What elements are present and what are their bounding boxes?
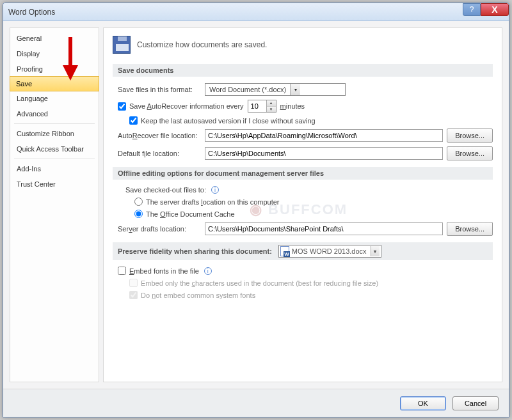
save-format-value: Word Document (*.docx) [205, 86, 290, 93]
sidebar-item-save[interactable]: Save [10, 76, 99, 91]
sidebar-separator [14, 159, 95, 159]
save-icon [113, 36, 131, 54]
chevron-down-icon[interactable]: ▾ [371, 246, 380, 256]
sidebar-item-language[interactable]: Language [10, 91, 99, 106]
sidebar-item-proofing[interactable]: Proofing [10, 61, 99, 77]
cancel-button[interactable]: Cancel [452, 396, 499, 410]
do-not-embed-common-input [129, 291, 138, 299]
radio-office-cache-input[interactable] [134, 210, 143, 218]
autorecover-browse-button[interactable]: Browse... [447, 128, 493, 143]
spinner-up-icon[interactable]: ▲ [267, 100, 276, 107]
sidebar-item-general[interactable]: General [10, 31, 99, 46]
close-button[interactable]: X [481, 3, 509, 16]
radio-server-drafts[interactable]: The server drafts location on this compu… [134, 198, 280, 206]
spinner-down-icon[interactable]: ▼ [267, 107, 276, 113]
ok-button[interactable]: OK [400, 396, 446, 410]
section-preserve: Preserve fidelity when sharing this docu… [113, 242, 493, 260]
sidebar-item-display[interactable]: Display [10, 46, 99, 61]
section-save-documents: Save documents [113, 64, 493, 77]
do-not-embed-common-checkbox: Do not embed common system fonts [129, 291, 255, 299]
autorecover-checkbox[interactable]: Save AutoRecover information every [118, 102, 244, 111]
keep-last-autosave-label: Keep the last autosaved version if I clo… [141, 117, 316, 125]
category-sidebar: General Display Proofing Save Language A… [10, 27, 99, 382]
sidebar-item-quick-access[interactable]: Quick Access Toolbar [10, 141, 99, 157]
dialog-footer: OK Cancel [3, 389, 509, 417]
keep-last-autosave-checkbox[interactable]: Keep the last autosaved version if I clo… [129, 116, 316, 125]
section-offline: Offline editing options for document man… [113, 167, 493, 180]
autorecover-minutes-input[interactable] [248, 100, 266, 112]
info-icon[interactable]: i [204, 267, 212, 275]
save-format-combo[interactable]: Word Document (*.docx) ▾ [205, 83, 346, 96]
sidebar-separator [14, 123, 95, 124]
embed-fonts-checkbox[interactable]: Embed fonts in the file [118, 267, 199, 275]
radio-server-drafts-input[interactable] [134, 198, 143, 206]
word-doc-icon [280, 246, 289, 256]
server-drafts-path-input[interactable] [205, 222, 443, 235]
content-panel: Customize how documents are saved. Save … [103, 27, 502, 382]
panel-subtitle: Customize how documents are saved. [137, 40, 267, 49]
sidebar-item-addins[interactable]: Add-Ins [10, 161, 99, 176]
word-options-dialog: Word Options ? X General Display Proofin… [3, 3, 509, 417]
save-checked-out-label: Save checked-out files to: [125, 186, 206, 194]
window-title: Word Options [8, 8, 55, 17]
save-format-label: Save files in this format: [118, 86, 201, 93]
help-button[interactable]: ? [463, 3, 481, 16]
info-icon[interactable]: i [211, 186, 219, 194]
autorecover-minutes-spinner[interactable]: ▲ ▼ [248, 100, 276, 113]
radio-office-cache[interactable]: The Office Document Cache [134, 210, 235, 218]
embed-only-used-checkbox: Embed only the characters used in the do… [129, 279, 378, 287]
keep-last-autosave-input[interactable] [129, 116, 138, 125]
sidebar-item-trust-center[interactable]: Trust Center [10, 176, 99, 192]
default-path-input[interactable] [205, 147, 443, 160]
chevron-down-icon[interactable]: ▾ [290, 84, 300, 95]
embed-only-used-input [129, 279, 138, 287]
preserve-document-name: MOS WORD 2013.docx [292, 247, 367, 255]
titlebar[interactable]: Word Options ? X [3, 3, 509, 21]
sidebar-item-customize-ribbon[interactable]: Customize Ribbon [10, 126, 99, 141]
sidebar-item-advanced[interactable]: Advanced [10, 106, 99, 121]
autorecover-path-input[interactable] [205, 129, 443, 142]
default-browse-button[interactable]: Browse... [447, 146, 493, 160]
embed-fonts-input[interactable] [118, 267, 126, 275]
preserve-document-combo[interactable]: MOS WORD 2013.docx ▾ [278, 245, 381, 258]
autorecover-checkbox-input[interactable] [118, 102, 126, 111]
server-drafts-browse-button[interactable]: Browse... [447, 222, 493, 236]
